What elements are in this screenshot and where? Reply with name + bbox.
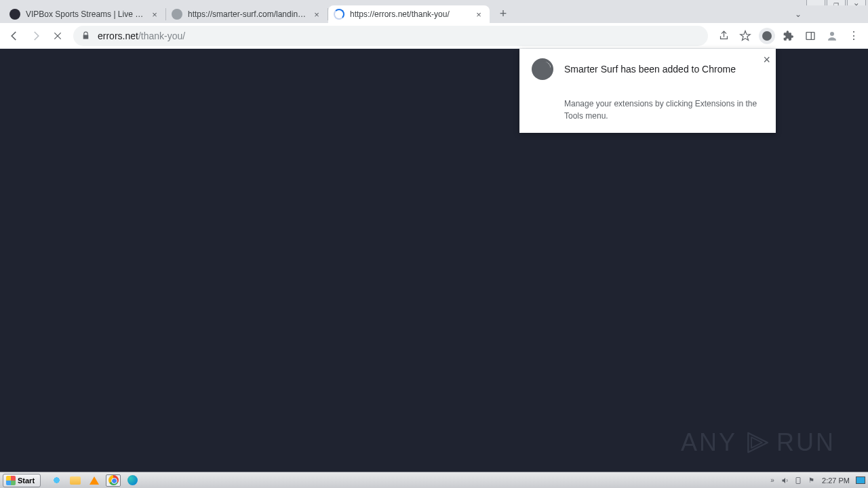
url-host: errors.net — [98, 30, 138, 41]
edge-taskbar-icon[interactable] — [125, 474, 140, 487]
taskbar-clock[interactable]: 2:27 PM — [822, 476, 850, 485]
taskbar-apps — [49, 474, 140, 487]
stop-reload-button[interactable] — [47, 26, 68, 46]
usb-icon[interactable] — [793, 476, 803, 485]
extension-icon — [532, 58, 553, 80]
popup-title: Smarter Surf has been added to Chrome — [564, 64, 736, 75]
forward-button[interactable] — [26, 26, 46, 46]
volume-icon[interactable] — [781, 476, 790, 485]
tab-title: VIPBox Sports Streams | Live VIPBo — [26, 9, 146, 19]
tab-title: https://smarter-surf.com/landing/?a — [188, 9, 309, 19]
popup-close-button[interactable]: × — [763, 53, 770, 67]
sidepanel-button[interactable] — [800, 26, 821, 46]
anyrun-watermark: ANY RUN — [681, 428, 835, 457]
extension-added-popup: × Smarter Surf has been added to Chrome … — [519, 49, 776, 133]
windows-taskbar: Start » ⚑ 2:27 PM — [0, 472, 868, 488]
share-button[interactable] — [713, 26, 734, 46]
chrome-taskbar-icon[interactable] — [106, 474, 121, 487]
loading-spinner-icon — [334, 9, 344, 20]
play-triangle-icon — [744, 430, 770, 455]
tab-strip: VIPBox Sports Streams | Live VIPBo × htt… — [0, 5, 868, 23]
vlc-taskbar-icon[interactable] — [87, 474, 102, 487]
tab-close-button[interactable]: × — [149, 9, 160, 20]
tab-title: https://errors.net/thank-you/ — [350, 9, 471, 19]
new-tab-button[interactable]: + — [494, 4, 513, 23]
tab-smarter-surf[interactable]: https://smarter-surf.com/landing/?a × — [166, 5, 328, 23]
svg-point-2 — [830, 32, 834, 36]
popup-body: Manage your extensions by clicking Exten… — [532, 98, 764, 122]
explorer-taskbar-icon[interactable] — [68, 474, 83, 487]
ie-taskbar-icon[interactable] — [49, 474, 64, 487]
favicon-icon — [172, 9, 182, 20]
chrome-menu-button[interactable]: ⋮ — [844, 26, 864, 46]
os-titlebar: — ❐ ✕ — [0, 0, 868, 5]
svg-rect-0 — [806, 32, 814, 39]
start-label: Start — [18, 476, 35, 485]
favicon-icon — [9, 9, 20, 20]
svg-rect-3 — [796, 477, 800, 483]
watermark-text-right: RUN — [776, 428, 835, 457]
tab-close-button[interactable]: × — [311, 9, 322, 20]
start-button[interactable]: Start — [3, 474, 41, 487]
profile-button[interactable] — [822, 26, 842, 46]
address-bar[interactable]: errors.net/thank-you/ — [73, 26, 708, 46]
extensions-button[interactable] — [778, 26, 799, 46]
back-button[interactable] — [4, 26, 24, 46]
tab-close-button[interactable]: × — [473, 9, 484, 20]
tab-vipbox[interactable]: VIPBox Sports Streams | Live VIPBo × — [4, 5, 165, 23]
bookmark-button[interactable] — [735, 26, 755, 46]
tab-errors-net[interactable]: https://errors.net/thank-you/ × — [328, 5, 490, 23]
tab-search-button[interactable]: ⌄ — [795, 9, 802, 19]
action-center-icon[interactable]: ⚑ — [806, 476, 816, 485]
browser-toolbar: errors.net/thank-you/ ⋮ — [0, 23, 868, 49]
tray-expand-icon[interactable]: » — [768, 476, 777, 485]
windows-logo-icon — [6, 476, 16, 485]
watermark-text-left: ANY — [681, 428, 737, 457]
url-path: /thank-you/ — [138, 30, 185, 41]
lock-icon — [81, 31, 91, 41]
system-tray: » ⚑ 2:27 PM — [768, 476, 868, 485]
smarter-surf-extension-button[interactable] — [757, 26, 777, 46]
show-desktop-icon[interactable] — [856, 476, 865, 484]
